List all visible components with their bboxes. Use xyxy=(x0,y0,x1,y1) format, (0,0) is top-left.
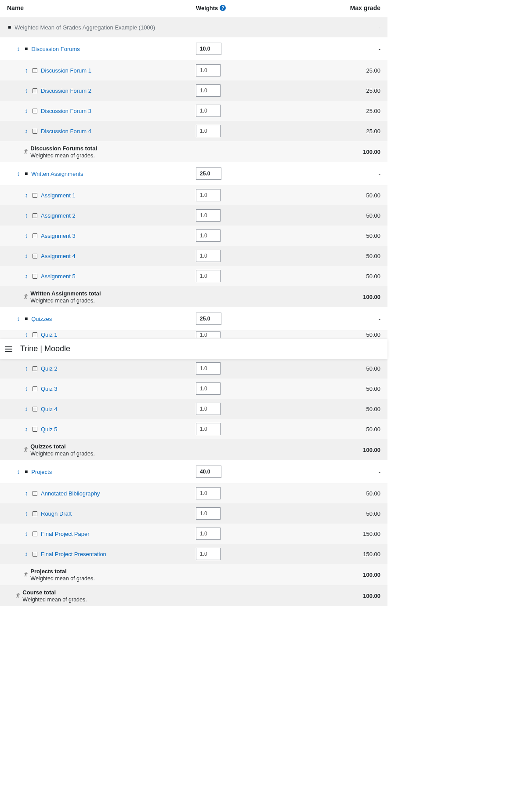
move-icon[interactable]: ↕ xyxy=(16,170,21,177)
item-weight-input[interactable] xyxy=(196,125,221,137)
item-max: 50.00 xyxy=(293,192,380,199)
item-weight-input[interactable] xyxy=(196,528,221,540)
category-total-max: 100.00 xyxy=(293,572,380,578)
item-name[interactable]: Discussion Forum 2 xyxy=(41,87,91,94)
item-name[interactable]: Discussion Forum 1 xyxy=(41,67,91,74)
item-weight-input[interactable] xyxy=(196,423,221,435)
item-weight-input[interactable] xyxy=(196,331,221,338)
move-icon[interactable]: ↕ xyxy=(24,232,29,239)
item-name[interactable]: Assignment 1 xyxy=(41,192,76,199)
move-icon[interactable]: ↕ xyxy=(16,45,21,52)
item-weight-input[interactable] xyxy=(196,250,221,262)
category-weight-input[interactable] xyxy=(196,466,221,478)
item-name[interactable]: Discussion Forum 3 xyxy=(41,108,91,114)
item-name[interactable]: Quiz 1 xyxy=(41,331,58,338)
item-weight-input[interactable] xyxy=(196,229,221,242)
item-name[interactable]: Discussion Forum 4 xyxy=(41,128,91,135)
move-icon[interactable]: ↕ xyxy=(24,212,29,219)
item-name[interactable]: Rough Draft xyxy=(41,510,72,517)
item-weight-input[interactable] xyxy=(196,362,221,375)
item-row: ↕Discussion Forum 2 25.00 xyxy=(0,80,387,101)
item-weight-input[interactable] xyxy=(196,209,221,222)
move-icon[interactable]: ↕ xyxy=(24,127,29,135)
category-weight-input[interactable] xyxy=(196,167,221,180)
move-icon[interactable]: ↕ xyxy=(24,273,29,280)
move-icon[interactable]: ↕ xyxy=(24,67,29,74)
move-icon[interactable]: ↕ xyxy=(24,530,29,537)
item-name[interactable]: Quiz 3 xyxy=(41,386,58,392)
item-weight-input[interactable] xyxy=(196,105,221,117)
item-name[interactable]: Quiz 5 xyxy=(41,426,58,433)
item-name[interactable]: Quiz 2 xyxy=(41,365,58,372)
item-name[interactable]: Final Project Presentation xyxy=(41,551,106,557)
item-icon xyxy=(33,88,37,93)
item-icon xyxy=(33,427,37,432)
item-weight-input[interactable] xyxy=(196,84,221,97)
hamburger-icon[interactable] xyxy=(4,345,14,353)
move-icon[interactable]: ↕ xyxy=(24,331,29,338)
move-icon[interactable]: ↕ xyxy=(24,510,29,517)
aggregation-icon xyxy=(24,571,27,578)
move-icon[interactable]: ↕ xyxy=(24,550,29,557)
item-icon xyxy=(33,68,37,73)
item-weight-input[interactable] xyxy=(196,64,221,76)
category-total-title: Quizzes total xyxy=(30,443,94,450)
category-name[interactable]: Written Assignments xyxy=(31,171,83,177)
aggregation-icon xyxy=(24,446,27,453)
item-max: 25.00 xyxy=(293,87,380,94)
item-row: ↕Rough Draft 50.00 xyxy=(0,503,387,524)
item-name[interactable]: Assignment 4 xyxy=(41,253,76,259)
move-icon[interactable]: ↕ xyxy=(24,405,29,412)
header-name: Name xyxy=(7,4,196,11)
item-icon xyxy=(33,213,37,218)
item-icon xyxy=(33,193,37,198)
move-icon[interactable]: ↕ xyxy=(24,385,29,392)
move-icon[interactable]: ↕ xyxy=(24,365,29,372)
item-row: ↕Assignment 4 50.00 xyxy=(0,246,387,266)
category-weight-input[interactable] xyxy=(196,313,221,325)
item-icon xyxy=(33,129,37,134)
move-icon[interactable]: ↕ xyxy=(24,107,29,114)
item-weight-input[interactable] xyxy=(196,270,221,282)
item-name[interactable]: Assignment 5 xyxy=(41,273,76,280)
item-icon xyxy=(33,552,37,557)
move-icon[interactable]: ↕ xyxy=(24,87,29,94)
item-weight-input[interactable] xyxy=(196,487,221,499)
category-row: ↕ ■ Discussion Forums - xyxy=(0,37,387,60)
move-icon[interactable]: ↕ xyxy=(16,468,21,475)
item-max: 50.00 xyxy=(293,510,380,517)
item-name[interactable]: Annotated Bibliography xyxy=(41,490,100,497)
top-category-name[interactable]: Weighted Mean of Grades Aggregation Exam… xyxy=(14,24,155,31)
item-name[interactable]: Assignment 2 xyxy=(41,212,76,219)
item-max: 50.00 xyxy=(293,273,380,280)
category-name[interactable]: Quizzes xyxy=(31,316,52,322)
move-icon[interactable]: ↕ xyxy=(16,315,21,322)
item-weight-input[interactable] xyxy=(196,403,221,415)
item-max: 150.00 xyxy=(293,551,380,557)
item-weight-input[interactable] xyxy=(196,189,221,201)
move-icon[interactable]: ↕ xyxy=(24,426,29,433)
category-total-sub: Weighted mean of grades. xyxy=(30,298,101,304)
item-weight-input[interactable] xyxy=(196,548,221,560)
item-name[interactable]: Final Project Paper xyxy=(41,531,90,537)
item-weight-input[interactable] xyxy=(196,382,221,395)
aggregation-icon xyxy=(24,148,27,155)
category-total-sub: Weighted mean of grades. xyxy=(30,451,94,457)
category-name[interactable]: Discussion Forums xyxy=(31,46,80,52)
move-icon[interactable]: ↕ xyxy=(24,490,29,497)
move-icon[interactable]: ↕ xyxy=(24,192,29,199)
item-row: ↕Assignment 1 50.00 xyxy=(0,185,387,205)
item-name[interactable]: Quiz 4 xyxy=(41,406,58,412)
item-weight-input[interactable] xyxy=(196,507,221,520)
category-weight-input[interactable] xyxy=(196,43,221,55)
item-row: ↕Assignment 5 50.00 xyxy=(0,266,387,286)
category-name[interactable]: Projects xyxy=(31,469,52,475)
top-category-row: ■ Weighted Mean of Grades Aggregation Ex… xyxy=(0,17,387,37)
course-total-row: Course total Weighted mean of grades. 10… xyxy=(0,585,387,606)
item-name[interactable]: Assignment 3 xyxy=(41,233,76,239)
course-total-title: Course total xyxy=(22,589,87,596)
help-icon[interactable]: ? xyxy=(220,5,226,11)
move-icon[interactable]: ↕ xyxy=(24,252,29,259)
item-icon xyxy=(33,366,37,371)
item-icon xyxy=(33,233,37,238)
